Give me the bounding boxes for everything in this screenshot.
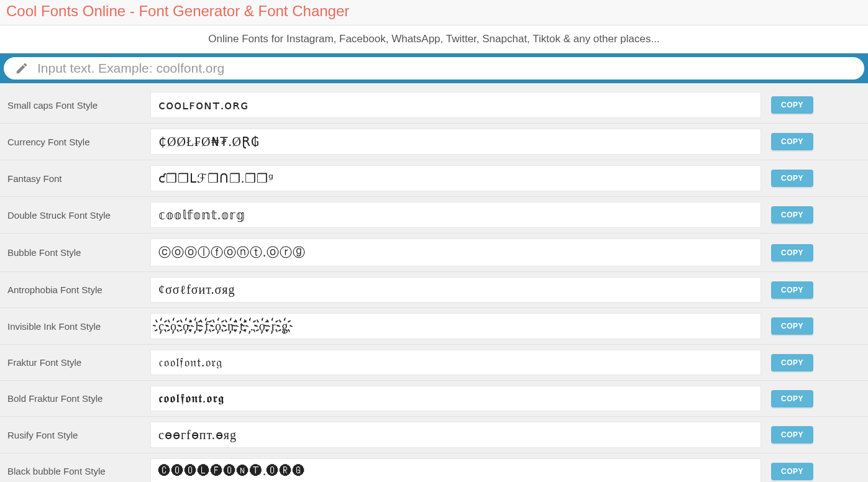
copy-column: COPY xyxy=(769,281,862,299)
font-output[interactable]: 𝔠𝔬𝔬𝔩𝔣𝔬𝔫𝔱.𝔬𝔯𝔤 xyxy=(150,350,761,375)
pencil-icon xyxy=(15,61,29,75)
copy-column: COPY xyxy=(769,426,862,443)
font-label: Invisible Ink Font Style xyxy=(6,321,143,332)
font-output[interactable]: ƈ❒❒ᒪℱ❒ᑎ❒.❒❒ᵍ xyxy=(150,165,761,191)
copy-column: COPY xyxy=(769,244,862,261)
font-label: Fraktur Font Style xyxy=(6,357,143,368)
input-container xyxy=(0,53,868,83)
font-label: Double Struck Font Style xyxy=(6,210,143,221)
copy-button[interactable]: COPY xyxy=(771,244,813,261)
subtitle-bar: Online Fonts for Instagram, Facebook, Wh… xyxy=(0,25,868,53)
font-row: Antrophobia Font Style¢σσℓfσит.σяgCOPY xyxy=(0,272,868,308)
font-rows: Small caps Font Styleᴄᴏᴏʟꜰᴏɴᴛ.ᴏʀɢCOPYCur… xyxy=(0,83,868,482)
font-row: Fraktur Font Style𝔠𝔬𝔬𝔩𝔣𝔬𝔫𝔱.𝔬𝔯𝔤COPY xyxy=(0,345,868,381)
copy-column: COPY xyxy=(769,317,862,335)
font-output[interactable]: ᴄᴏᴏʟꜰᴏɴᴛ.ᴏʀɢ xyxy=(150,92,761,118)
copy-column: COPY xyxy=(769,390,862,407)
font-output[interactable]: ⓒⓞⓞⓛⓕⓞⓝⓣ.ⓞⓡⓖ xyxy=(150,239,761,266)
font-output[interactable]: cѳѳгfѳпт.ѳяg xyxy=(150,422,761,448)
font-row: Black bubble Font Style🅒🅞🅞🅛🅕🅞🅝🅣.🅞🅡🅖COPY xyxy=(0,453,868,482)
copy-button[interactable]: COPY xyxy=(771,354,813,371)
copy-button[interactable]: COPY xyxy=(771,96,813,114)
font-output[interactable]: c҉o҉o҉l҉f҉o҉n҉t҉.҉o҉r҉g҉ xyxy=(150,313,761,339)
input-inner xyxy=(4,57,864,80)
copy-column: COPY xyxy=(769,206,862,224)
copy-column: COPY xyxy=(769,133,862,150)
font-row: Currency Font Style₵ØØŁ₣Ø₦₮.ØⱤ₲COPY xyxy=(0,124,868,160)
font-output[interactable]: 𝕔𝕠𝕠𝕝𝕗𝕠𝕟𝕥.𝕠𝕣𝕘 xyxy=(150,202,761,228)
font-row: Bold Fraktur Font Style𝖈𝖔𝖔𝖑𝖋𝖔𝖓𝖙.𝖔𝖗𝖌COPY xyxy=(0,381,868,417)
copy-button[interactable]: COPY xyxy=(771,317,813,335)
font-output[interactable]: ¢σσℓfσит.σяg xyxy=(150,277,761,302)
header: Cool Fonts Online - Font Generator & Fon… xyxy=(0,0,868,25)
copy-button[interactable]: COPY xyxy=(771,463,813,480)
font-label: Small caps Font Style xyxy=(6,100,143,111)
page-title: Cool Fonts Online - Font Generator & Fon… xyxy=(6,2,862,20)
text-input[interactable] xyxy=(37,61,853,76)
font-label: Black bubble Font Style xyxy=(6,466,143,476)
copy-button[interactable]: COPY xyxy=(771,133,813,150)
copy-column: COPY xyxy=(769,463,862,480)
font-output[interactable]: 🅒🅞🅞🅛🅕🅞🅝🅣.🅞🅡🅖 xyxy=(150,458,761,482)
font-row: Invisible Ink Font Stylec҉o҉o҉l҉f҉o҉n҉t҉… xyxy=(0,308,868,345)
font-label: Currency Font Style xyxy=(6,137,143,147)
font-row: Fantasy Fontƈ❒❒ᒪℱ❒ᑎ❒.❒❒ᵍCOPY xyxy=(0,160,868,197)
font-row: Bubble Font Styleⓒⓞⓞⓛⓕⓞⓝⓣ.ⓞⓡⓖCOPY xyxy=(0,234,868,272)
copy-button[interactable]: COPY xyxy=(771,206,813,224)
font-row: Rusify Font Stylecѳѳгfѳпт.ѳяgCOPY xyxy=(0,417,868,453)
copy-button[interactable]: COPY xyxy=(771,281,813,299)
font-label: Antrophobia Font Style xyxy=(6,284,143,295)
font-label: Fantasy Font xyxy=(6,173,143,184)
copy-column: COPY xyxy=(769,96,862,114)
page-subtitle: Online Fonts for Instagram, Facebook, Wh… xyxy=(7,33,861,45)
copy-button[interactable]: COPY xyxy=(771,170,813,187)
font-output[interactable]: ₵ØØŁ₣Ø₦₮.ØⱤ₲ xyxy=(150,129,761,155)
font-label: Bubble Font Style xyxy=(6,247,143,258)
font-row: Small caps Font Styleᴄᴏᴏʟꜰᴏɴᴛ.ᴏʀɢCOPY xyxy=(0,87,868,124)
font-row: Double Struck Font Style𝕔𝕠𝕠𝕝𝕗𝕠𝕟𝕥.𝕠𝕣𝕘COPY xyxy=(0,197,868,234)
copy-column: COPY xyxy=(769,170,862,187)
font-output[interactable]: 𝖈𝖔𝖔𝖑𝖋𝖔𝖓𝖙.𝖔𝖗𝖌 xyxy=(150,386,761,411)
font-label: Rusify Font Style xyxy=(6,430,143,440)
font-label: Bold Fraktur Font Style xyxy=(6,393,143,404)
copy-column: COPY xyxy=(769,354,862,371)
copy-button[interactable]: COPY xyxy=(771,426,813,443)
copy-button[interactable]: COPY xyxy=(771,390,813,407)
